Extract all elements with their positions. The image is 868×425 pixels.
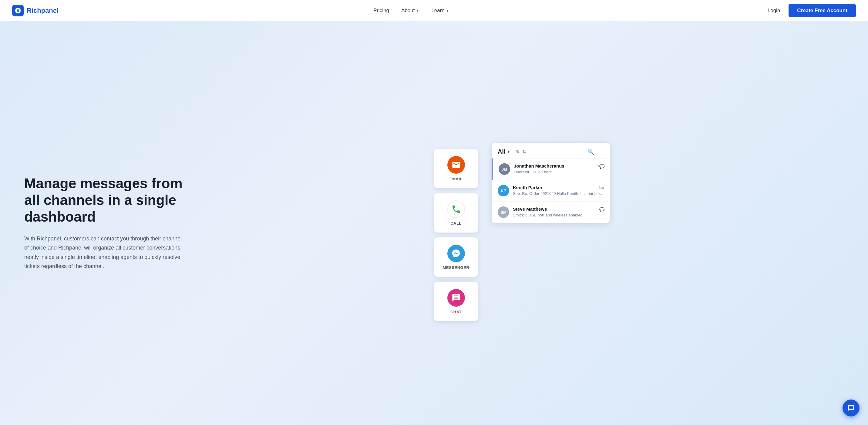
conv-preview-2: Sub: Re: Order #921649 Hello Kenith, It … [513, 191, 604, 196]
conv-search-icon[interactable]: 🔍 [587, 148, 594, 155]
nav-about[interactable]: About ▼ [396, 5, 424, 16]
conv-filter-icons: ⊕ ⇅ [515, 149, 526, 154]
messenger-label: MESSENGER [443, 265, 469, 270]
conv-avatar-kp: KP [498, 185, 509, 196]
conv-item-2[interactable]: KP Kenith Parker 1m Sub: Re: Order #9216… [492, 180, 610, 202]
conv-name-row-3: Steve Matthews 2m [513, 206, 604, 211]
conv-preview-3: Smith: 3 USB port and wireless enabled [513, 213, 604, 217]
messenger-icon [451, 249, 461, 258]
hero-left: Manage messages from all channels in a s… [24, 175, 200, 271]
conv-more-icon[interactable]: ⋮ [598, 148, 604, 155]
nav-actions: Login Create Free Account [764, 4, 856, 17]
nav-links: Pricing About ▼ Learn ▼ [369, 5, 454, 16]
navbar: Richpanel Pricing About ▼ Learn ▼ Login … [0, 0, 868, 21]
sort-icon[interactable]: ⇅ [522, 149, 526, 154]
conv-header: All ▼ ⊕ ⇅ 🔍 ⋮ [492, 143, 610, 159]
hero-description: With Richpanel, customers can contact yo… [24, 234, 182, 271]
richpanel-icon [14, 7, 21, 14]
nav-pricing[interactable]: Pricing [369, 5, 394, 16]
create-account-button[interactable]: Create Free Account [788, 4, 856, 17]
call-icon [451, 204, 461, 214]
conv-filter-left: All ▼ ⊕ ⇅ [498, 148, 526, 155]
chat-icon-circle [447, 289, 465, 307]
conv-avatar-jm: JM [499, 163, 510, 175]
conversation-panel: All ▼ ⊕ ⇅ 🔍 ⋮ [492, 143, 610, 223]
messenger-icon-circle [447, 245, 465, 262]
filter-icon[interactable]: ⊕ [515, 149, 519, 154]
call-label: CALL [451, 221, 462, 226]
conv-all-filter[interactable]: All ▼ [498, 148, 510, 155]
learn-chevron-icon: ▼ [446, 9, 449, 12]
nav-learn[interactable]: Learn ▼ [426, 5, 454, 16]
email-icon [452, 160, 461, 169]
conv-body-1: Jonathan Mascheranus Now Operator: Hello… [514, 163, 604, 174]
hero-right: EMAIL CALL [200, 143, 844, 304]
hero-section: Manage messages from all channels in a s… [0, 21, 868, 425]
conv-body-2: Kenith Parker 1m Sub: Re: Order #921649 … [513, 185, 604, 196]
conv-item-3[interactable]: SM Steve Matthews 2m Smith: 3 USB port a… [492, 202, 610, 223]
conv-name-row-1: Jonathan Mascheranus Now [514, 163, 604, 169]
filter-chevron-icon: ▼ [507, 149, 511, 154]
conv-avatar-sm: SM [498, 206, 509, 218]
messenger-channel-card: MESSENGER [434, 237, 478, 277]
login-link[interactable]: Login [764, 5, 784, 16]
logo-icon [12, 5, 24, 17]
channels-panel: EMAIL CALL [434, 149, 478, 321]
conv-name-3: Steve Matthews [513, 206, 547, 211]
email-channel-card: EMAIL [434, 149, 478, 188]
logo-link[interactable]: Richpanel [12, 5, 59, 17]
conv-channel-icon-2: ✉ [601, 186, 604, 190]
chat-label: CHAT [451, 310, 462, 314]
chat-widget-button[interactable] [842, 399, 860, 417]
logo-text: Richpanel [27, 7, 59, 15]
conv-list: JM Jonathan Mascheranus Now Operator: He… [492, 159, 610, 223]
conv-preview-1: Operator: Hello There. [514, 170, 604, 174]
conv-name-row-2: Kenith Parker 1m [513, 185, 604, 190]
hero-title: Manage messages from all channels in a s… [24, 175, 200, 226]
conv-name-1: Jonathan Mascheranus [514, 163, 564, 169]
conv-channel-icon-3: 💬 [599, 207, 604, 212]
call-channel-card: CALL [434, 193, 478, 232]
conv-body-3: Steve Matthews 2m Smith: 3 USB port and … [513, 206, 604, 217]
conv-name-2: Kenith Parker [513, 185, 542, 190]
about-chevron-icon: ▼ [416, 9, 420, 12]
call-icon-circle [447, 200, 465, 218]
email-label: EMAIL [450, 177, 463, 181]
conv-item-1[interactable]: JM Jonathan Mascheranus Now Operator: He… [492, 159, 610, 180]
dashboard-illustration: EMAIL CALL [434, 143, 610, 304]
chat-widget-icon [847, 404, 855, 412]
email-icon-circle [447, 156, 465, 174]
chat-icon [452, 293, 461, 302]
chat-channel-card: CHAT [434, 282, 478, 321]
conv-channel-icon-1: 💬 [599, 164, 604, 169]
